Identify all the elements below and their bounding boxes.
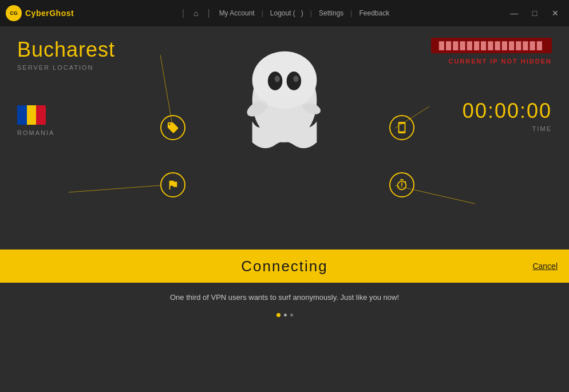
cancel-button[interactable]: Cancel <box>532 262 558 271</box>
ip-icon-circle <box>389 115 414 140</box>
svg-point-11 <box>293 76 298 82</box>
flag-icon <box>167 179 179 191</box>
loading-dot-2 <box>284 314 287 316</box>
logo-text: CyberGhost <box>25 9 74 18</box>
ghost-mascot <box>222 43 347 158</box>
logout-nav[interactable]: Logout ( ) <box>268 8 306 18</box>
ip-display: ███████████████ <box>431 38 552 53</box>
connecting-status: Connecting <box>241 258 328 275</box>
flag-blue-stripe <box>17 105 27 125</box>
city-name: Bucharest <box>17 38 115 62</box>
server-location-label: SERVER LOCATION <box>17 64 115 71</box>
nav-divider-2: | <box>207 8 210 18</box>
logo-area: CG CyberGhost <box>6 5 74 21</box>
loading-indicator <box>276 313 293 317</box>
feedback-nav[interactable]: Feedback <box>357 8 392 18</box>
left-panel: Bucharest SERVER LOCATION ROMANIA <box>17 38 115 136</box>
timer-area: 00:00:00 TIME <box>431 99 552 132</box>
window-controls: — □ ✕ <box>505 6 564 20</box>
svg-point-9 <box>287 72 301 90</box>
ghost-svg <box>227 43 342 158</box>
romania-flag <box>17 105 46 125</box>
loading-dot-3 <box>290 314 293 316</box>
phone-icon <box>396 121 408 134</box>
maximize-button[interactable]: □ <box>525 6 544 20</box>
flag-yellow-stripe <box>27 105 37 125</box>
country-label: ROMANIA <box>17 129 115 136</box>
svg-point-10 <box>275 76 280 82</box>
nav-divider-1: | <box>182 8 184 18</box>
nav-separator-2: | <box>308 8 314 18</box>
my-account-nav[interactable]: My Account <box>217 8 257 18</box>
nav-separator: | <box>259 8 266 18</box>
current-ip-label: CURRENT IP NOT HIDDEN <box>431 58 552 65</box>
close-button[interactable]: ✕ <box>546 6 564 20</box>
svg-point-8 <box>268 72 282 90</box>
loading-dot-1 <box>276 313 280 317</box>
flag-icon-circle <box>160 172 185 197</box>
logo-icon: CG <box>6 5 22 21</box>
bottom-area: One third of VPN users wants to surf ano… <box>0 283 569 392</box>
timer-value: 00:00:00 <box>431 99 552 123</box>
main-content: Bucharest SERVER LOCATION ROMANIA ██████… <box>0 26 569 250</box>
svg-line-1 <box>69 185 160 192</box>
titlebar: CG CyberGhost | ⌂ | My Account | Logout … <box>0 0 569 26</box>
timer-icon-circle <box>389 172 414 197</box>
flag-area: ROMANIA <box>17 105 115 136</box>
settings-nav[interactable]: Settings <box>317 8 346 18</box>
tip-text: One third of VPN users wants to surf ano… <box>170 293 399 302</box>
nav-separator-3: | <box>348 8 354 18</box>
titlebar-nav: | ⌂ | My Account | Logout ( ) | Settings… <box>177 7 392 19</box>
right-panel: ███████████████ CURRENT IP NOT HIDDEN 00… <box>431 38 552 132</box>
tag-icon <box>167 121 179 134</box>
timer-icon <box>396 179 408 191</box>
connect-bar: Connecting Cancel <box>0 250 569 283</box>
time-label: TIME <box>431 125 552 132</box>
minimize-button[interactable]: — <box>505 6 523 20</box>
tag-icon-circle <box>160 115 185 140</box>
flag-red-stripe <box>36 105 46 125</box>
home-nav-icon[interactable]: ⌂ <box>191 7 200 19</box>
